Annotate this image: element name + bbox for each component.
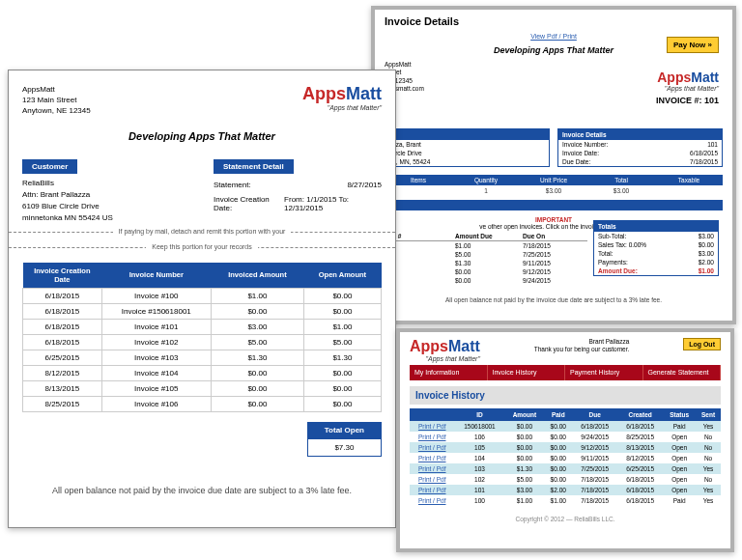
bill-to-box: azza, Brant Circle Drive ka, MN, 55424	[385, 128, 550, 167]
tab-statement[interactable]: Generate Statement	[643, 365, 722, 380]
table-row: Print / Pdf106$0.00$0.009/24/20158/25/20…	[410, 432, 721, 442]
user-name: Brant Pallazza	[534, 338, 630, 346]
detail-heading: Statement Detail	[214, 159, 294, 174]
invoice-history-card: AppsMatt "Apps that Matter" Brant Pallaz…	[396, 328, 734, 552]
logout-button[interactable]: Log Out	[683, 338, 721, 350]
invoice-number: INVOICE #: 101	[656, 96, 719, 105]
table-row: 6/18/2015Invoice #101$3.00$1.00	[23, 319, 382, 334]
invoice-meta-box: Invoice Details Invoice Number:101 Invoi…	[557, 128, 723, 167]
tear-line: If paying by mail, detach and remit this…	[9, 232, 395, 239]
total-open: Total Open $7.30	[307, 422, 382, 457]
print-pdf-link[interactable]: Print / Pdf	[418, 487, 446, 493]
table-row: Print / Pdf100$1.00$1.007/18/20156/18/20…	[410, 495, 721, 506]
statement-card: AppsMatt 123 Main Street Anytown, NE 123…	[8, 70, 396, 528]
table-row: Print / Pdf102$5.00$0.007/18/20156/18/20…	[410, 474, 721, 485]
table-row: Print / Pdf150618001$0.00$0.006/18/20156…	[410, 421, 721, 432]
customer-address: ReliaBills Attn: Brant Pallazza 6109 Blu…	[22, 178, 190, 224]
tab-payment[interactable]: Payment History	[565, 365, 643, 380]
print-pdf-link[interactable]: Print / Pdf	[418, 434, 446, 440]
table-row: 8/25/2015Invoice #106$0.00$0.00	[23, 396, 382, 411]
print-pdf-link[interactable]: Print / Pdf	[418, 423, 446, 430]
open-invoices-table: ice #Amount DueDue On $1.007/18/2015 $5.…	[385, 232, 587, 285]
late-fee-note: All open balance not paid by the invoice…	[22, 457, 382, 495]
table-row: Print / Pdf105$0.00$0.009/12/20158/13/20…	[410, 442, 721, 453]
tab-my-info[interactable]: My Information	[410, 365, 488, 380]
invoice-details-card: Invoice Details View Pdf / Print Pay Now…	[371, 6, 736, 324]
tear-line: Keep this portion for your records	[9, 247, 395, 255]
table-row: Print / Pdf103$1.30$0.007/25/20156/25/20…	[410, 463, 721, 474]
copyright: Copyright © 2012 — ReliaBills LLC.	[410, 516, 721, 522]
table-row: Print / Pdf101$3.00$2.007/18/20156/18/20…	[410, 485, 721, 495]
from-address: AppsMatt 123 Main Street Anytown, NE 123…	[22, 84, 91, 117]
table-row: 6/25/2015Invoice #103$1.30$1.30	[23, 350, 382, 365]
table-row: 8/12/2015Invoice #104$0.00$0.00	[23, 365, 382, 380]
table-row: 8/13/2015Invoice #105$0.00$0.00	[23, 380, 382, 396]
print-pdf-link[interactable]: Print / Pdf	[418, 476, 446, 483]
logo: AppsMatt "Apps that Matter"	[302, 84, 382, 117]
invoice-details-title: Invoice Details	[385, 15, 723, 27]
nav-tabs: My Information Invoice History Payment H…	[410, 365, 721, 380]
pay-now-button[interactable]: Pay Now »	[667, 37, 719, 53]
logo: AppsMatt "Apps that Matter" INVOICE #: 1…	[656, 70, 719, 105]
print-pdf-link[interactable]: Print / Pdf	[418, 497, 446, 504]
tab-invoice[interactable]: Invoice History	[488, 365, 566, 380]
table-row: 6/18/2015Invoice #150618001$0.00$0.00	[23, 303, 382, 319]
print-pdf-link[interactable]: Print / Pdf	[418, 455, 446, 462]
print-pdf-link[interactable]: Print / Pdf	[418, 444, 446, 451]
logo: AppsMatt "Apps that Matter"	[410, 338, 480, 362]
view-pdf-link[interactable]: View Pdf / Print	[530, 33, 577, 40]
history-table: ID AmountPaid DueCreated StatusSent Prin…	[410, 408, 721, 506]
totals-box: Totals Sub-Total:$3.00 Sales Tax: 0.00%$…	[593, 220, 719, 276]
table-row: 6/18/2015Invoice #100$1.00$0.00	[23, 288, 382, 303]
table-row: Print / Pdf104$0.00$0.009/11/20158/12/20…	[410, 453, 721, 463]
section-title: Invoice History	[410, 386, 721, 405]
items-header: Items Quantity Unit Price Total Taxable	[385, 175, 723, 185]
late-fee-note: All open balance not paid by the invoice…	[385, 296, 723, 303]
items-row: 1 $3.00 $3.00	[385, 185, 723, 196]
print-pdf-link[interactable]: Print / Pdf	[418, 465, 446, 472]
thank-you: Thank you for being our customer.	[534, 346, 630, 353]
customer-heading: Customer	[22, 159, 77, 174]
table-row: 6/18/2015Invoice #102$5.00$5.00	[23, 334, 382, 350]
statement-table: Invoice Creation Date Invoice Number Inv…	[22, 263, 382, 412]
brand-tagline: Developing Apps That Matter	[22, 130, 382, 142]
